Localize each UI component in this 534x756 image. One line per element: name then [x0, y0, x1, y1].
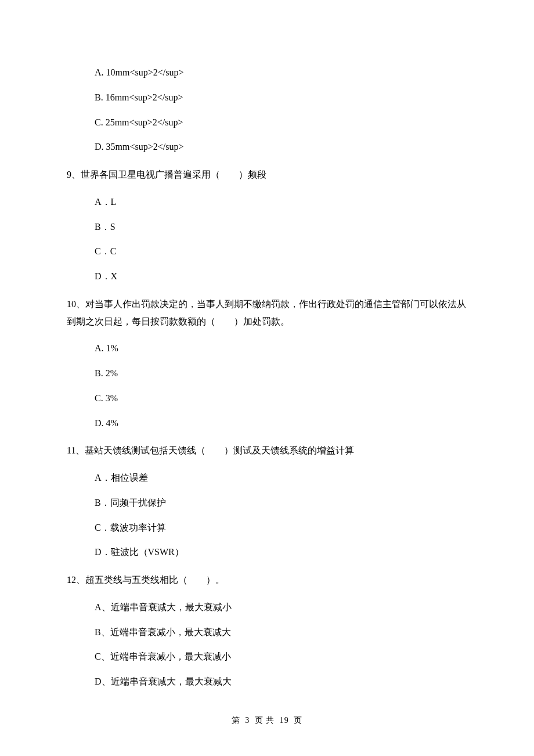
q9-option-c: C．C: [95, 246, 467, 258]
option-c: C. 25mm<sup>2</sup>: [95, 117, 467, 129]
footer-total-pages: 19: [280, 716, 289, 725]
footer-prefix: 第: [232, 716, 240, 725]
q10-option-d: D. 4%: [95, 417, 467, 430]
q11-option-c: C．载波功率计算: [95, 522, 467, 534]
q10-option-b: B. 2%: [95, 368, 467, 380]
question-12: 12、超五类线与五类线相比（ ）。: [67, 571, 467, 589]
q9-option-b: B．S: [95, 221, 467, 233]
q10-option-c: C. 3%: [95, 393, 467, 405]
q11-option-d: D．驻波比（VSWR）: [95, 546, 467, 559]
q11-option-b: B．同频干扰保护: [95, 497, 467, 509]
option-a: A. 10mm<sup>2</sup>: [95, 67, 467, 79]
question-9: 9、世界各国卫星电视广播普遍采用（ ）频段: [67, 166, 467, 183]
q9-option-d: D．X: [95, 271, 467, 283]
option-b: B. 16mm<sup>2</sup>: [95, 92, 467, 104]
footer-current-page: 3: [245, 716, 250, 725]
q11-option-a: A．相位误差: [95, 472, 467, 484]
page-footer: 第 3 页 共 19 页: [0, 715, 534, 726]
question-11: 11、基站天馈线测试包括天馈线（ ）测试及天馈线系统的增益计算: [67, 442, 467, 459]
q10-option-a: A. 1%: [95, 343, 467, 355]
question-10: 10、对当事人作出罚款决定的，当事人到期不缴纳罚款，作出行政处罚的通信主管部门可…: [67, 296, 467, 330]
footer-mid: 页 共: [255, 716, 275, 725]
q12-option-c: C、近端串音衰减小，最大衰减小: [95, 651, 467, 663]
option-d: D. 35mm<sup>2</sup>: [95, 141, 467, 153]
q12-option-a: A、近端串音衰减大，最大衰减小: [95, 602, 467, 614]
footer-suffix: 页: [294, 716, 302, 725]
q12-option-b: B、近端串音衰减小，最大衰减大: [95, 627, 467, 639]
q12-option-d: D、近端串音衰减大，最大衰减大: [95, 676, 467, 688]
page-content: A. 10mm<sup>2</sup> B. 16mm<sup>2</sup> …: [0, 0, 534, 756]
q9-option-a: A．L: [95, 196, 467, 208]
